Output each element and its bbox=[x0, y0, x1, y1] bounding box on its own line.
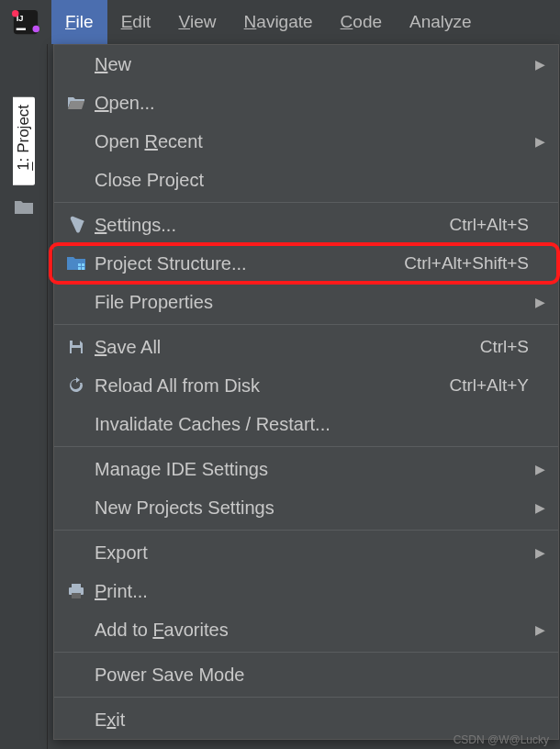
svg-point-4 bbox=[33, 26, 40, 33]
svg-rect-5 bbox=[78, 263, 81, 266]
menu-item-label: Reload All from Disk bbox=[91, 375, 449, 397]
menu-item-label: File Properties bbox=[91, 292, 529, 313]
menu-separator bbox=[54, 530, 558, 531]
tool-sidebar: 1: Project bbox=[0, 44, 48, 749]
menu-item-open[interactable]: Open... bbox=[54, 84, 558, 122]
submenu-arrow-icon: ▶ bbox=[529, 295, 545, 309]
menu-separator bbox=[54, 697, 558, 698]
menu-item-label: Project Structure... bbox=[91, 253, 404, 274]
sidebar-tab-project[interactable]: 1: Project bbox=[13, 97, 35, 185]
menu-item-power-save-mode[interactable]: Power Save Mode bbox=[54, 655, 558, 694]
menu-item-label: Power Save Mode bbox=[91, 665, 529, 686]
svg-rect-2 bbox=[17, 28, 26, 30]
svg-point-3 bbox=[12, 10, 19, 17]
menu-item-label: Add to Favorites bbox=[91, 620, 529, 641]
menu-item-new-projects-settings[interactable]: New Projects Settings▶ bbox=[54, 488, 558, 527]
menu-item-label: New bbox=[91, 54, 529, 75]
menu-item-label: Export bbox=[91, 542, 529, 564]
menu-item-open-recent[interactable]: Open Recent▶ bbox=[54, 122, 558, 161]
project-structure-icon bbox=[62, 255, 91, 272]
shortcut-label: Ctrl+Alt+Y bbox=[449, 375, 529, 396]
menu-item-file-properties[interactable]: File Properties▶ bbox=[54, 283, 558, 321]
app-icon: IJ bbox=[0, 0, 51, 44]
menu-item-settings[interactable]: Settings...Ctrl+Alt+S bbox=[54, 206, 558, 244]
menu-view[interactable]: View bbox=[164, 0, 230, 44]
menu-item-label: Invalidate Caches / Restart... bbox=[91, 414, 529, 435]
file-menu-dropdown: New▶Open...Open Recent▶Close ProjectSett… bbox=[53, 44, 559, 740]
svg-rect-10 bbox=[72, 348, 81, 353]
menu-item-invalidate-caches-restart[interactable]: Invalidate Caches / Restart... bbox=[54, 405, 558, 443]
submenu-arrow-icon: ▶ bbox=[529, 57, 545, 72]
shortcut-label: Ctrl+Alt+S bbox=[449, 215, 529, 235]
menubar: IJ FileEditViewNavigateCodeAnalyze bbox=[0, 0, 560, 44]
menu-separator bbox=[54, 652, 558, 653]
menu-file[interactable]: File bbox=[51, 0, 107, 44]
menu-edit[interactable]: Edit bbox=[107, 0, 165, 44]
menu-item-label: Exit bbox=[91, 710, 529, 731]
submenu-arrow-icon: ▶ bbox=[529, 622, 545, 637]
menu-separator bbox=[54, 202, 558, 203]
menu-item-label: Save All bbox=[91, 337, 480, 358]
menu-item-label: Settings... bbox=[91, 215, 449, 236]
open-icon bbox=[62, 95, 91, 110]
menu-item-new[interactable]: New▶ bbox=[54, 45, 558, 84]
menu-item-manage-ide-settings[interactable]: Manage IDE Settings▶ bbox=[54, 450, 558, 488]
reload-icon bbox=[62, 376, 91, 395]
submenu-arrow-icon: ▶ bbox=[529, 134, 545, 149]
svg-rect-13 bbox=[72, 593, 81, 598]
menu-item-label: Open... bbox=[91, 93, 529, 114]
menu-item-add-to-favorites[interactable]: Add to Favorites▶ bbox=[54, 610, 558, 649]
shortcut-label: Ctrl+S bbox=[480, 337, 529, 357]
submenu-arrow-icon: ▶ bbox=[529, 462, 545, 476]
menu-item-label: Open Recent bbox=[91, 131, 529, 152]
menu-item-save-all[interactable]: Save AllCtrl+S bbox=[54, 328, 558, 366]
svg-rect-6 bbox=[82, 263, 84, 266]
menu-item-close-project[interactable]: Close Project bbox=[54, 161, 558, 199]
shortcut-label: Ctrl+Alt+Shift+S bbox=[404, 253, 529, 274]
svg-rect-11 bbox=[72, 584, 81, 587]
menu-item-label: Close Project bbox=[91, 170, 529, 191]
svg-rect-7 bbox=[78, 267, 81, 270]
menu-item-export[interactable]: Export▶ bbox=[54, 533, 558, 572]
menu-item-label: Print... bbox=[91, 581, 529, 602]
menu-item-reload-all-from-disk[interactable]: Reload All from DiskCtrl+Alt+Y bbox=[54, 366, 558, 405]
svg-rect-9 bbox=[73, 341, 80, 345]
menu-separator bbox=[54, 324, 558, 325]
menu-separator bbox=[54, 446, 558, 447]
settings-icon bbox=[62, 216, 91, 234]
save-icon bbox=[62, 339, 91, 355]
submenu-arrow-icon: ▶ bbox=[529, 500, 545, 515]
menu-item-label: New Projects Settings bbox=[91, 497, 529, 519]
svg-rect-8 bbox=[82, 267, 84, 270]
watermark: CSDN @W@Lucky bbox=[454, 733, 549, 746]
print-icon bbox=[62, 583, 91, 599]
folder-icon bbox=[14, 198, 34, 215]
menu-analyze[interactable]: Analyze bbox=[396, 0, 486, 44]
menu-item-print[interactable]: Print... bbox=[54, 572, 558, 610]
menu-code[interactable]: Code bbox=[327, 0, 396, 44]
submenu-arrow-icon: ▶ bbox=[529, 545, 545, 560]
menu-item-label: Manage IDE Settings bbox=[91, 459, 529, 480]
menu-item-project-structure[interactable]: Project Structure...Ctrl+Alt+Shift+S bbox=[54, 244, 558, 283]
menu-navigate[interactable]: Navigate bbox=[230, 0, 327, 44]
